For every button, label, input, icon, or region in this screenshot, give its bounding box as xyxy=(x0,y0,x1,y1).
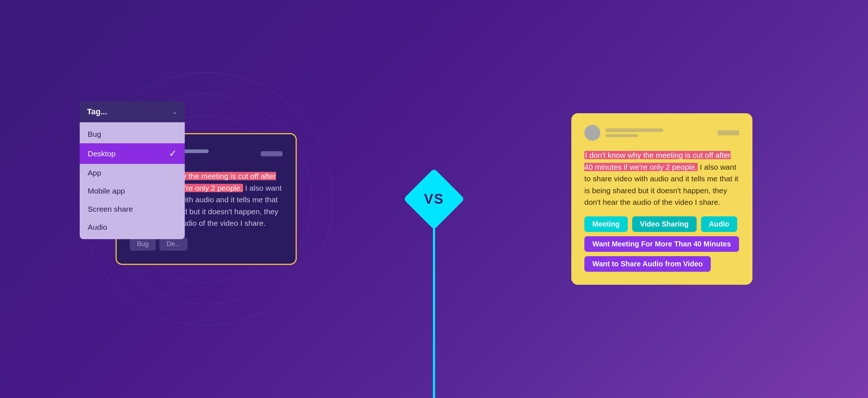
tags-container-right: Meeting Video Sharing Audio Want Meeting… xyxy=(584,216,739,272)
subline-right xyxy=(605,134,638,137)
username-line-right xyxy=(605,128,663,132)
dropdown-item-audio[interactable]: Audio xyxy=(80,218,185,236)
header-badge-right xyxy=(718,130,739,135)
right-panel: I don't know why the meeting is cut off … xyxy=(456,0,868,398)
tag-audio[interactable]: Audio xyxy=(701,216,738,232)
tag-video-sharing[interactable]: Video Sharing xyxy=(632,216,697,232)
dropdown-item-label: Desktop xyxy=(88,149,116,158)
main-container: I don't know why the meeting is cut off … xyxy=(0,0,868,398)
tag-want-share-audio[interactable]: Want to Share Audio from Video xyxy=(584,256,711,272)
dropdown-item-app[interactable]: App xyxy=(80,164,185,182)
tag-dropdown[interactable]: Tag... ⌄ Bug Desktop ✓ App Mobile app Sc… xyxy=(80,101,185,239)
dropdown-item-bug[interactable]: Bug xyxy=(80,125,185,143)
dropdown-placeholder: Tag... xyxy=(87,107,107,117)
tag-meeting[interactable]: Meeting xyxy=(584,216,628,232)
tag-de-button[interactable]: De... xyxy=(159,237,188,251)
avatar-right xyxy=(584,125,600,141)
card-body-text-right: I don't know why the meeting is cut off … xyxy=(584,149,739,208)
tag-row-left: Bug De... xyxy=(130,237,283,251)
tag-bug-button[interactable]: Bug xyxy=(130,237,156,251)
card-header-right xyxy=(584,125,739,141)
dropdown-item-mobile-app[interactable]: Mobile app xyxy=(80,182,185,200)
cursor-icon: ✓ xyxy=(169,148,177,159)
header-badge-left xyxy=(261,151,283,156)
header-lines-right xyxy=(605,128,663,137)
feedback-card-right: I don't know why the meeting is cut off … xyxy=(571,113,752,285)
dropdown-item-screen-share[interactable]: Screen share xyxy=(80,200,185,218)
vs-diamond: VS xyxy=(403,168,465,230)
tag-want-meeting-40min[interactable]: Want Meeting For More Than 40 Minutes xyxy=(584,236,739,252)
vs-section: VS xyxy=(412,177,456,221)
dropdown-header[interactable]: Tag... ⌄ xyxy=(80,101,185,122)
dropdown-list: Bug Desktop ✓ App Mobile app Screen shar… xyxy=(80,122,185,239)
dropdown-item-desktop[interactable]: Desktop ✓ xyxy=(80,143,185,164)
vs-label: VS xyxy=(424,191,444,207)
chevron-down-icon[interactable]: ⌄ xyxy=(172,108,178,116)
left-panel: I don't know why the meeting is cut off … xyxy=(0,0,412,398)
